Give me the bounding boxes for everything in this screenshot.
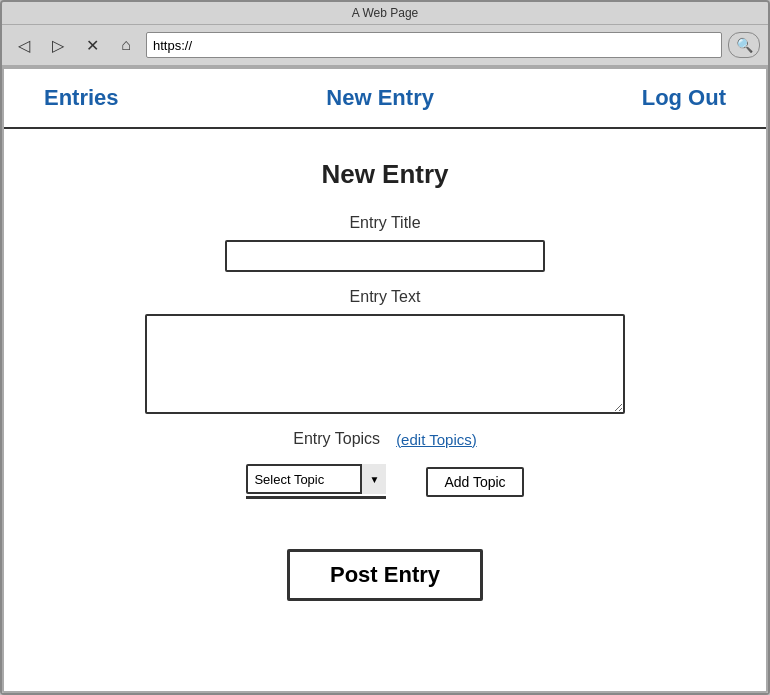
- home-button[interactable]: ⌂: [112, 31, 140, 59]
- nav-new-entry-link[interactable]: New Entry: [326, 85, 434, 111]
- nav-logout-link[interactable]: Log Out: [642, 85, 726, 111]
- entry-text-group: Entry Text: [145, 288, 625, 414]
- forward-button[interactable]: ▷: [44, 31, 72, 59]
- nav-entries-link[interactable]: Entries: [44, 85, 119, 111]
- post-entry-button[interactable]: Post Entry: [287, 549, 483, 601]
- browser-title: A Web Page: [352, 6, 419, 20]
- browser-toolbar: ◁ ▷ ✕ ⌂ 🔍: [2, 25, 768, 67]
- back-button[interactable]: ◁: [10, 31, 38, 59]
- entry-title-input[interactable]: [225, 240, 545, 272]
- address-bar[interactable]: [146, 32, 722, 58]
- stop-button[interactable]: ✕: [78, 31, 106, 59]
- entry-text-input[interactable]: [145, 314, 625, 414]
- page-title: New Entry: [321, 159, 448, 190]
- edit-topics-link[interactable]: (edit Topics): [396, 431, 477, 448]
- topics-section: Entry Topics (edit Topics) Select Topic …: [105, 430, 665, 499]
- entry-title-label: Entry Title: [349, 214, 420, 232]
- entry-title-group: Entry Title: [145, 214, 625, 272]
- select-underline: [246, 496, 386, 499]
- select-topic-wrapper: Select Topic ▼: [246, 464, 386, 499]
- main-content: New Entry Entry Title Entry Text Entry T…: [4, 129, 766, 691]
- site-nav: Entries New Entry Log Out: [4, 69, 766, 129]
- browser-titlebar: A Web Page: [2, 2, 768, 25]
- topics-controls: Select Topic ▼ Add Topic: [105, 464, 665, 499]
- browser-content: Entries New Entry Log Out New Entry Entr…: [2, 67, 768, 693]
- topics-header: Entry Topics (edit Topics): [105, 430, 665, 448]
- browser-window: A Web Page ◁ ▷ ✕ ⌂ 🔍 Entries New Entry L…: [0, 0, 770, 695]
- select-topic-dropdown[interactable]: Select Topic: [246, 464, 386, 494]
- search-button[interactable]: 🔍: [728, 32, 760, 58]
- add-topic-button[interactable]: Add Topic: [426, 467, 523, 497]
- entry-text-label: Entry Text: [350, 288, 421, 306]
- topics-label: Entry Topics: [293, 430, 380, 448]
